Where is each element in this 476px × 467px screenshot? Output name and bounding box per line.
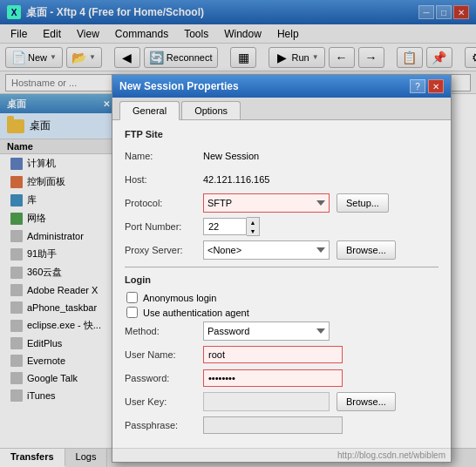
port-row: Port Number: ▲ ▼ <box>125 217 439 236</box>
passphrase-label: Passphrase: <box>125 420 203 430</box>
method-label: Method: <box>125 326 203 336</box>
name-value: New Session <box>203 151 259 161</box>
passphrase-input[interactable] <box>203 416 343 434</box>
tab-general[interactable]: General <box>119 101 180 120</box>
anonymous-label: Anonymous login <box>143 293 216 303</box>
ftp-site-section-header: FTP Site <box>125 129 439 139</box>
password-label: Password: <box>125 373 203 383</box>
port-label: Port Number: <box>125 221 203 232</box>
name-row: Name: New Session <box>125 146 439 166</box>
name-label: Name: <box>125 151 203 161</box>
method-select-wrap: Password Public Key Keyboard Interactive <box>203 321 330 341</box>
host-value: 42.121.116.165 <box>203 174 269 185</box>
userkey-select-wrap <box>203 392 330 411</box>
username-label: User Name: <box>125 349 203 360</box>
browse-userkey-button[interactable]: Browse... <box>337 392 396 411</box>
dialog-close-button[interactable]: ✕ <box>428 79 444 93</box>
proxy-label: Proxy Server: <box>125 245 203 255</box>
port-increment-button[interactable]: ▲ <box>247 218 259 227</box>
userkey-select[interactable] <box>203 392 330 411</box>
userkey-label: User Key: <box>125 396 203 407</box>
host-row: Host: 42.121.116.165 <box>125 170 439 189</box>
username-input[interactable] <box>203 346 343 363</box>
dialog-content: FTP Site Name: New Session Host: 42.121.… <box>112 120 451 448</box>
userkey-row: User Key: Browse... <box>125 392 439 411</box>
dialog-title-bar: New Session Properties ? ✕ <box>112 75 451 98</box>
port-spinner: ▲ ▼ <box>203 217 260 236</box>
proxy-row: Proxy Server: <None> Browse... <box>125 240 439 260</box>
anonymous-checkbox[interactable] <box>126 292 138 303</box>
dialog-overlay: New Session Properties ? ✕ General Optio… <box>0 0 476 467</box>
auth-agent-checkbox[interactable] <box>126 307 138 318</box>
auth-agent-label: Use authentication agent <box>143 308 249 318</box>
proxy-select[interactable]: <None> <box>203 240 330 260</box>
new-session-dialog: New Session Properties ? ✕ General Optio… <box>112 74 452 463</box>
anonymous-row: Anonymous login <box>125 292 439 303</box>
passphrase-row: Passphrase: <box>125 416 439 435</box>
dialog-title-text: New Session Properties <box>119 80 239 92</box>
protocol-label: Protocol: <box>125 198 203 208</box>
port-spin-buttons: ▲ ▼ <box>247 217 260 236</box>
auth-agent-row: Use authentication agent <box>125 307 439 318</box>
protocol-select-wrap: SFTP FTP FTPS <box>203 193 330 213</box>
protocol-select[interactable]: SFTP FTP FTPS <box>203 193 330 213</box>
username-row: User Name: <box>125 345 439 364</box>
watermark: http://blog.csdn.net/wbiblem <box>112 448 451 462</box>
port-decrement-button[interactable]: ▼ <box>247 227 259 235</box>
protocol-row: Protocol: SFTP FTP FTPS Setup... <box>125 193 439 213</box>
method-select[interactable]: Password Public Key Keyboard Interactive <box>203 321 330 341</box>
method-row: Method: Password Public Key Keyboard Int… <box>125 321 439 341</box>
dialog-tabs: General Options <box>112 98 451 120</box>
section-divider <box>125 267 439 267</box>
dialog-help-button[interactable]: ? <box>410 79 425 93</box>
setup-button[interactable]: Setup... <box>337 193 389 213</box>
dialog-title-controls: ? ✕ <box>410 79 444 93</box>
password-row: Password: <box>125 369 439 388</box>
password-input[interactable] <box>203 369 343 387</box>
tab-options[interactable]: Options <box>181 101 241 119</box>
login-section-header: Login <box>125 274 439 285</box>
browse-proxy-button[interactable]: Browse... <box>337 240 396 260</box>
proxy-select-wrap: <None> <box>203 240 330 260</box>
host-label: Host: <box>125 174 203 185</box>
port-input[interactable] <box>203 218 247 235</box>
